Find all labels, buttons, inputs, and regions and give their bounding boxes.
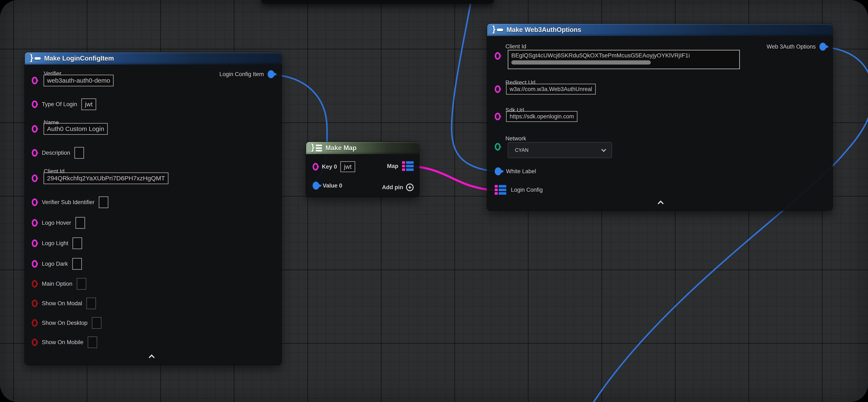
description-label: Description: [42, 150, 70, 156]
value0-pin[interactable]: [313, 182, 319, 190]
show-on-desktop-pin[interactable]: [32, 319, 38, 327]
main-option-label: Main Option: [42, 281, 72, 287]
redirect-url-pin[interactable]: [495, 85, 501, 93]
web3auth-options-output-pin[interactable]: [819, 43, 826, 51]
node-header-make-loginconfigitem[interactable]: } Make LoginConfigItem: [25, 52, 281, 64]
node-make-web3authoptions[interactable]: } Make Web3AuthOptions Client Id BEglQSg…: [487, 24, 833, 210]
name-input[interactable]: Auth0 Custom Login: [43, 123, 108, 135]
login-config-pin[interactable]: [495, 185, 506, 195]
white-label-label: White Label: [506, 168, 536, 175]
logo-hover-label: Logo Hover: [42, 220, 71, 226]
network-pin[interactable]: [495, 143, 501, 150]
blueprint-editor-window: } Make LoginConfigItem Verifier web3auth…: [0, 0, 868, 402]
node-header-make-web3authoptions[interactable]: } Make Web3AuthOptions: [487, 24, 833, 36]
verifier-sub-identifier-label: Verifier Sub Identifier: [42, 199, 95, 206]
value0-label: Value 0: [323, 182, 342, 189]
client-id-pin[interactable]: [495, 52, 501, 60]
show-on-desktop-label: Show On Desktop: [42, 320, 88, 326]
client-id-value: BEglQSgt4cUWcj6SKRdu5QkOXTsePmMcusG5EAoy…: [511, 52, 736, 59]
key0-pin[interactable]: [313, 163, 318, 171]
verifier-sub-identifier-pin[interactable]: [32, 199, 38, 206]
show-on-mobile-checkbox[interactable]: [88, 336, 97, 348]
client-id-input[interactable]: BEglQSgt4cUWcj6SKRdu5QkOXTsePmMcusG5EAoy…: [508, 50, 740, 69]
redirect-url-input[interactable]: w3a://com.w3a.Web3AuthUnreal: [506, 84, 596, 95]
type-of-login-pin[interactable]: [32, 100, 38, 108]
logo-light-pin[interactable]: [32, 239, 38, 247]
verifier-pin[interactable]: [32, 77, 38, 84]
node-make-map[interactable]: } Make Map Key 0 jwt Map Value 0 Add pin: [306, 142, 419, 197]
node-title: Make LoginConfigItem: [44, 55, 114, 62]
logo-dark-label: Logo Dark: [42, 261, 68, 267]
type-of-login-input[interactable]: jwt: [81, 98, 96, 110]
show-on-desktop-checkbox[interactable]: [92, 317, 101, 329]
show-on-modal-pin[interactable]: [32, 299, 38, 307]
web3auth-options-output-label: Web 3Auth Options: [767, 44, 816, 50]
login-config-item-output-label: Login Config Item: [219, 71, 264, 78]
network-label: Network: [505, 135, 526, 142]
key0-label: Key 0: [322, 164, 337, 170]
main-option-checkbox[interactable]: [77, 278, 86, 290]
graph-canvas[interactable]: } Make LoginConfigItem Verifier web3auth…: [0, 0, 868, 402]
description-pin[interactable]: [32, 149, 38, 156]
node-header-make-map[interactable]: } Make Map: [306, 142, 419, 154]
network-dropdown[interactable]: CYAN: [508, 142, 612, 158]
network-selected-value: CYAN: [515, 147, 529, 153]
add-pin-icon[interactable]: +: [406, 183, 414, 191]
map-output-label: Map: [387, 163, 398, 169]
collapse-chevron-icon[interactable]: [149, 354, 155, 361]
map-output-pin[interactable]: [402, 161, 414, 171]
node-title: Make Web3AuthOptions: [506, 26, 581, 34]
description-input[interactable]: [74, 147, 84, 159]
show-on-mobile-label: Show On Mobile: [42, 339, 84, 346]
chevron-down-icon: [601, 147, 606, 152]
node-make-loginconfigitem[interactable]: } Make LoginConfigItem Verifier web3auth…: [25, 52, 281, 365]
login-config-item-output-pin[interactable]: [268, 70, 274, 78]
client-id-input[interactable]: 294QRkchfq2YaXUbPri7D6PH7xzHgQMT: [43, 172, 168, 184]
add-pin-label: Add pin: [382, 184, 403, 191]
collapse-chevron-icon[interactable]: [658, 201, 663, 206]
verifier-input[interactable]: web3auth-auth0-demo: [43, 75, 114, 86]
logo-dark-pin[interactable]: [32, 260, 38, 268]
make-map-icon: }: [311, 144, 322, 152]
offscreen-node-top[interactable]: [261, 0, 494, 4]
main-option-pin[interactable]: [32, 280, 38, 288]
logo-dark-input[interactable]: [72, 258, 82, 270]
node-title: Make Map: [326, 144, 356, 152]
logo-light-input[interactable]: [72, 237, 82, 249]
client-id-label: Client Id: [505, 43, 526, 50]
make-struct-icon: }: [30, 54, 41, 63]
key0-input[interactable]: jwt: [340, 161, 355, 172]
make-struct-icon: }: [492, 26, 503, 34]
show-on-modal-checkbox[interactable]: [86, 297, 96, 309]
login-config-label: Login Config: [511, 187, 543, 193]
client-id-scrollbar[interactable]: [511, 60, 651, 64]
show-on-mobile-pin[interactable]: [32, 339, 38, 346]
logo-hover-pin[interactable]: [32, 219, 38, 227]
name-pin[interactable]: [32, 125, 38, 133]
logo-hover-input[interactable]: [75, 217, 85, 229]
sdk-url-pin[interactable]: [495, 113, 501, 120]
white-label-pin[interactable]: [495, 167, 501, 175]
logo-light-label: Logo Light: [42, 240, 68, 247]
sdk-url-input[interactable]: https://sdk.openlogin.com: [506, 111, 578, 122]
show-on-modal-label: Show On Modal: [42, 300, 82, 307]
type-of-login-label: Type Of Login: [42, 101, 77, 108]
client-id-pin[interactable]: [32, 174, 38, 182]
verifier-sub-identifier-input[interactable]: [99, 196, 108, 208]
